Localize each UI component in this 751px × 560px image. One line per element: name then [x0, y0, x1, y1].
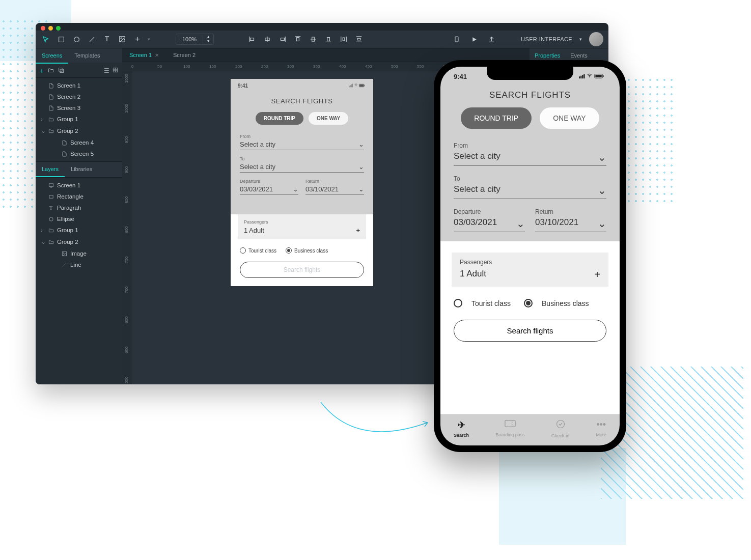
svg-rect-46 — [580, 76, 581, 78]
tree-item[interactable]: ⌄Group 2 — [36, 236, 122, 248]
select-tool[interactable] — [41, 34, 51, 44]
window-traffic-lights — [41, 26, 603, 31]
from-field[interactable]: From Select a city⌄ — [440, 139, 620, 172]
align-top-icon[interactable] — [293, 34, 303, 44]
grid-view-icon[interactable] — [113, 67, 118, 74]
radio-tourist[interactable]: Tourist class — [240, 247, 276, 254]
svg-rect-27 — [116, 68, 118, 70]
screen-mock[interactable]: 9:41 SEARCH FLIGHTS ROUND TRIP ONE WAY F… — [231, 79, 373, 286]
passengers-card[interactable]: Passengers 1 Adult+ — [238, 214, 366, 239]
align-bottom-icon[interactable] — [323, 34, 333, 44]
nav-boarding[interactable]: Boarding pass — [495, 419, 525, 438]
text-tool[interactable]: T — [102, 34, 112, 44]
ellipse-tool[interactable] — [71, 34, 81, 44]
return-field[interactable]: Return 03/10/2021⌄ — [305, 177, 364, 199]
svg-rect-47 — [582, 75, 583, 78]
radio-business[interactable] — [524, 299, 533, 307]
monitor-icon — [48, 182, 54, 188]
canvas-tab-screen2[interactable]: Screen 2 — [166, 48, 203, 62]
zoom-control[interactable]: 100% ▲▼ — [176, 34, 214, 45]
svg-rect-29 — [116, 70, 118, 72]
align-center-h-icon[interactable] — [262, 34, 272, 44]
align-left-icon[interactable] — [247, 34, 257, 44]
project-name[interactable]: USER INTERFACE — [521, 36, 572, 42]
departure-field[interactable]: Departure 03/03/2021⌄ — [240, 177, 298, 199]
tree-item[interactable]: Screen 4 — [36, 137, 122, 148]
list-view-icon[interactable]: ☰ — [104, 67, 109, 74]
align-middle-icon[interactable] — [308, 34, 318, 44]
tree-item[interactable]: ⌄Group 2 — [36, 125, 122, 137]
tree-item[interactable]: Screen 1 — [36, 80, 122, 91]
tree-item[interactable]: Image — [36, 248, 122, 259]
svg-rect-23 — [455, 37, 458, 42]
to-field[interactable]: To Select a city⌄ — [440, 172, 620, 205]
tree-item[interactable]: Ellipse — [36, 213, 122, 225]
main-toolbar: T + ▾ 100% ▲▼ USER INTERFACE ▾ — [36, 31, 608, 48]
search-flights-button[interactable]: Search flights — [240, 262, 364, 278]
pill-roundtrip[interactable]: ROUND TRIP — [256, 112, 303, 125]
ticket-icon — [505, 419, 516, 430]
tree-item[interactable]: Rectangle — [36, 191, 122, 202]
tree-item[interactable]: Line — [36, 259, 122, 270]
rectangle-tool[interactable] — [56, 34, 66, 44]
search-flights-button[interactable]: Search flights — [454, 320, 606, 342]
pill-oneway[interactable]: ONE WAY — [540, 107, 599, 129]
departure-field[interactable]: Departure 03/03/2021⌄ — [454, 205, 525, 232]
svg-rect-38 — [350, 85, 350, 87]
to-field[interactable]: To Select a city⌄ — [231, 154, 373, 177]
svg-rect-39 — [351, 85, 351, 87]
radio-business[interactable]: Business class — [286, 247, 328, 254]
tab-libraries[interactable]: Libraries — [65, 162, 98, 177]
tree-item[interactable]: ›Group 1 — [36, 225, 122, 236]
file-icon — [61, 139, 67, 146]
align-right-icon[interactable] — [277, 34, 288, 44]
tree-item[interactable]: Screen 5 — [36, 148, 122, 159]
radio-tourist[interactable] — [454, 299, 462, 307]
distribute-v-icon[interactable] — [354, 34, 364, 44]
svg-point-4 — [121, 38, 122, 39]
minimize-icon[interactable] — [48, 26, 53, 31]
add-tool[interactable]: + — [132, 34, 143, 44]
svg-rect-10 — [281, 38, 285, 41]
tab-templates[interactable]: Templates — [68, 48, 106, 64]
pill-oneway[interactable]: ONE WAY — [309, 112, 348, 125]
screen-title: SEARCH FLIGHTS — [231, 93, 373, 109]
canvas-tab-screen1[interactable]: Screen 1✕ — [122, 48, 166, 62]
circle-icon — [48, 216, 54, 222]
svg-rect-16 — [327, 38, 330, 41]
alignment-group — [247, 34, 364, 44]
tab-screens[interactable]: Screens — [36, 48, 68, 64]
image-tool[interactable] — [117, 34, 127, 44]
tree-item[interactable]: Screen 2 — [36, 91, 122, 102]
duplicate-icon[interactable] — [58, 67, 64, 75]
screens-tabs: Screens Templates — [36, 48, 122, 64]
distribute-h-icon[interactable] — [339, 34, 349, 44]
nav-checkin[interactable]: Check-in — [551, 419, 570, 438]
play-icon[interactable] — [469, 34, 479, 44]
upload-icon[interactable] — [486, 34, 496, 44]
left-sidebar: Screens Templates + ☰ Screen 1Screen 2Sc… — [36, 48, 122, 384]
user-avatar[interactable] — [589, 32, 603, 46]
device-preview-icon[interactable] — [452, 34, 462, 44]
tree-item[interactable]: Screen 3 — [36, 102, 122, 114]
maximize-icon[interactable] — [56, 26, 61, 31]
pill-roundtrip[interactable]: ROUND TRIP — [461, 107, 532, 129]
tab-layers[interactable]: Layers — [36, 162, 65, 177]
return-field[interactable]: Return 03/10/2021⌄ — [535, 205, 606, 232]
tree-item[interactable]: Screen 1 — [36, 180, 122, 191]
close-icon[interactable] — [41, 26, 45, 31]
nav-search[interactable]: ✈Search — [454, 419, 469, 438]
folder-icon[interactable] — [48, 67, 54, 75]
add-screen-icon[interactable]: + — [40, 67, 44, 75]
folder-icon — [48, 227, 54, 233]
zoom-stepper-icon[interactable]: ▲▼ — [203, 35, 213, 43]
nav-more[interactable]: •••More — [596, 419, 606, 438]
close-tab-icon[interactable]: ✕ — [155, 52, 159, 58]
chevron-down-icon[interactable]: ▾ — [579, 37, 582, 42]
tree-item[interactable]: TParagrah — [36, 202, 122, 213]
tree-item[interactable]: ›Group 1 — [36, 114, 122, 125]
line-tool[interactable] — [87, 34, 97, 44]
image-icon — [61, 250, 67, 257]
from-field[interactable]: From Select a city⌄ — [231, 132, 373, 154]
passengers-card[interactable]: Passengers 1 Adult+ — [452, 253, 608, 287]
